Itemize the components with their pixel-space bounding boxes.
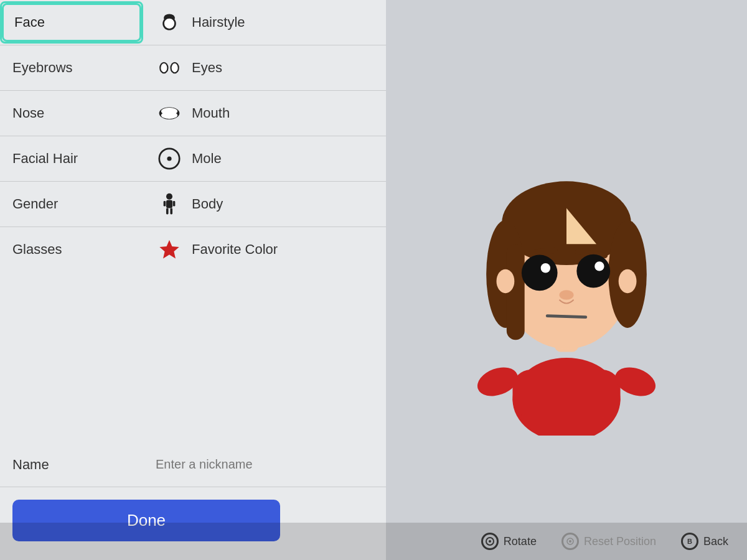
eyebrows-label: Eyebrows xyxy=(12,60,73,75)
back-icon-text: B xyxy=(687,538,692,545)
nickname-left-label: Name xyxy=(12,457,156,473)
svg-point-39 xyxy=(497,269,515,293)
svg-point-44 xyxy=(569,540,571,543)
menu-row-6: Glasses Favorite Color xyxy=(0,227,386,272)
eyes-icon xyxy=(156,57,183,79)
menu-row-5: Gender Body xyxy=(0,182,386,227)
svg-point-12 xyxy=(167,156,171,161)
favorite-color-label: Favorite Color xyxy=(192,241,278,258)
hairstyle-label: Hairstyle xyxy=(192,14,245,30)
name-label: Name xyxy=(12,457,49,472)
gender-label: Gender xyxy=(12,196,58,212)
reset-position-action[interactable]: Reset Position xyxy=(561,533,656,550)
favorite-color-option[interactable]: Favorite Color xyxy=(143,227,386,272)
main-container: Face Hairstyle xyxy=(0,0,747,560)
svg-rect-18 xyxy=(173,201,176,207)
mole-option[interactable]: Mole xyxy=(143,136,386,181)
face-label: Face xyxy=(14,14,45,30)
menu-row-1: Face Hairstyle xyxy=(0,0,386,45)
back-label: Back xyxy=(703,535,728,548)
svg-point-42 xyxy=(489,540,491,543)
nose-option[interactable]: Nose xyxy=(0,94,143,133)
menu-list: Face Hairstyle xyxy=(0,0,386,442)
glasses-label: Glasses xyxy=(12,241,62,257)
mole-icon xyxy=(156,147,183,170)
svg-point-37 xyxy=(559,290,573,299)
mii-character xyxy=(448,124,685,436)
right-panel xyxy=(386,0,747,560)
back-action[interactable]: B Back xyxy=(681,533,728,550)
eyes-label: Eyes xyxy=(192,60,222,76)
hairstyle-option[interactable]: Hairstyle xyxy=(143,0,386,45)
rotate-button-icon xyxy=(481,533,499,550)
favorite-color-icon xyxy=(156,238,183,261)
mole-label: Mole xyxy=(192,151,222,167)
svg-point-33 xyxy=(522,255,558,291)
nickname-input[interactable] xyxy=(156,455,374,474)
svg-rect-14 xyxy=(166,200,172,208)
svg-point-34 xyxy=(576,254,610,288)
body-option[interactable]: Body xyxy=(143,182,386,226)
facial-hair-option[interactable]: Facial Hair xyxy=(0,139,143,178)
svg-rect-15 xyxy=(166,208,169,214)
svg-point-35 xyxy=(541,263,550,273)
reset-label: Reset Position xyxy=(584,535,656,548)
body-icon xyxy=(156,193,183,215)
svg-rect-17 xyxy=(164,201,166,207)
mouth-label: Mouth xyxy=(192,105,230,121)
bottom-bar: Rotate Reset Position B Back xyxy=(0,523,747,560)
gender-option[interactable]: Gender xyxy=(0,185,143,223)
rotate-icon xyxy=(485,536,495,546)
facial-hair-label: Facial Hair xyxy=(12,151,78,166)
face-option[interactable]: Face xyxy=(0,1,143,44)
svg-point-6 xyxy=(161,63,167,72)
back-button-icon: B xyxy=(681,533,698,550)
svg-rect-16 xyxy=(170,208,172,214)
mouth-option[interactable]: Mouth xyxy=(143,91,386,136)
svg-marker-19 xyxy=(159,240,179,259)
svg-point-7 xyxy=(172,63,178,72)
hairstyle-icon xyxy=(156,11,183,34)
menu-row-3: Nose Mouth xyxy=(0,91,386,136)
reset-button-icon xyxy=(561,533,579,550)
body-label: Body xyxy=(192,196,223,212)
svg-point-3 xyxy=(166,20,173,27)
menu-row-4: Facial Hair Mole xyxy=(0,136,386,182)
nose-label: Nose xyxy=(12,105,44,121)
menu-row-2: Eyebrows Eyes xyxy=(0,45,386,91)
mii-svg xyxy=(448,124,685,436)
svg-point-40 xyxy=(619,269,637,293)
eyebrows-option[interactable]: Eyebrows xyxy=(0,49,143,87)
glasses-option[interactable]: Glasses xyxy=(0,230,143,269)
rotate-action[interactable]: Rotate xyxy=(481,533,537,550)
mouth-icon xyxy=(156,102,183,124)
nickname-row: Name xyxy=(0,442,386,487)
svg-rect-21 xyxy=(512,370,620,418)
eyes-option[interactable]: Eyes xyxy=(143,45,386,90)
svg-point-36 xyxy=(594,261,604,271)
svg-point-10 xyxy=(161,112,177,119)
reset-icon xyxy=(566,537,575,546)
svg-point-13 xyxy=(166,194,172,200)
left-panel: Face Hairstyle xyxy=(0,0,386,560)
svg-line-38 xyxy=(547,316,586,317)
rotate-label: Rotate xyxy=(504,535,537,548)
